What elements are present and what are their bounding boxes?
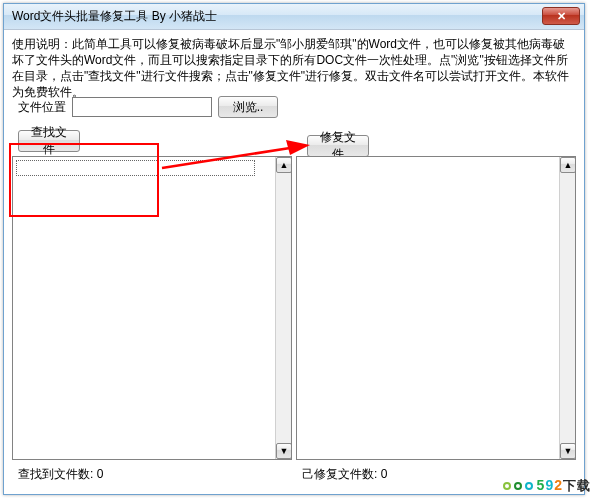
- file-path-input[interactable]: [72, 97, 212, 117]
- repaired-count-value: 0: [381, 467, 388, 481]
- repair-files-button[interactable]: 修复文件: [307, 135, 369, 157]
- instructions-text: 使用说明：此简单工具可以修复被病毒破坏后显示"邹小朋爱邹琪"的Word文件，也可…: [4, 30, 584, 88]
- search-files-button[interactable]: 查找文件: [18, 130, 80, 152]
- titlebar[interactable]: Word文件头批量修复工具 By 小猪战士 ✕: [4, 4, 584, 30]
- scroll-up-button[interactable]: ▲: [276, 157, 292, 173]
- footer-status: 查找到文件数: 0 己修复文件数: 0: [4, 460, 584, 483]
- chevron-down-icon: ▼: [280, 447, 289, 456]
- found-count-value: 0: [97, 467, 104, 481]
- chevron-up-icon: ▲: [280, 161, 289, 170]
- close-button[interactable]: ✕: [542, 7, 580, 25]
- app-window: Word文件头批量修复工具 By 小猪战士 ✕ 使用说明：此简单工具可以修复被病…: [3, 3, 585, 495]
- found-files-inner: [15, 159, 273, 457]
- watermark-logo-icon: [503, 482, 533, 490]
- chevron-up-icon: ▲: [564, 161, 573, 170]
- list-selection-row[interactable]: [16, 160, 255, 176]
- repaired-files-list[interactable]: ▲ ▼: [296, 156, 576, 460]
- found-list-scrollbar[interactable]: ▲ ▼: [275, 157, 291, 459]
- scroll-track[interactable]: [560, 173, 575, 443]
- browse-button-label: 浏览..: [233, 99, 264, 116]
- scroll-up-button[interactable]: ▲: [560, 157, 576, 173]
- repaired-list-scrollbar[interactable]: ▲ ▼: [559, 157, 575, 459]
- found-files-list[interactable]: ▲ ▼: [12, 156, 292, 460]
- watermark-text: 592下载: [537, 477, 591, 495]
- chevron-down-icon: ▼: [564, 447, 573, 456]
- file-path-row: 文件位置 浏览..: [4, 94, 584, 124]
- browse-button[interactable]: 浏览..: [218, 96, 278, 118]
- action-buttons-row: 查找文件 修复文件: [4, 124, 584, 152]
- repaired-files-inner: [299, 159, 557, 457]
- window-title: Word文件头批量修复工具 By 小猪战士: [12, 8, 217, 25]
- repaired-count-label: 己修复文件数:: [302, 467, 377, 481]
- found-count-label: 查找到文件数:: [18, 467, 93, 481]
- file-path-label: 文件位置: [18, 99, 66, 116]
- scroll-track[interactable]: [276, 173, 291, 443]
- scroll-down-button[interactable]: ▼: [560, 443, 576, 459]
- panels-area: ▲ ▼ ▲ ▼: [4, 152, 584, 460]
- close-icon: ✕: [557, 10, 566, 23]
- search-files-label: 查找文件: [31, 124, 67, 158]
- scroll-down-button[interactable]: ▼: [276, 443, 292, 459]
- watermark: 592下载: [503, 477, 591, 495]
